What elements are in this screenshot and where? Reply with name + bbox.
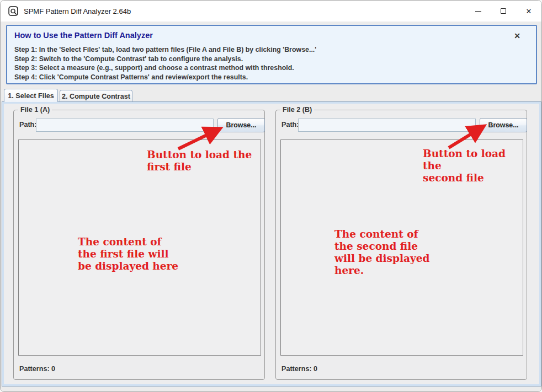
app-window: SPMF Pattern Diff Analyzer 2.64b ✕ How t…	[0, 0, 542, 392]
maximize-button[interactable]	[491, 1, 516, 22]
help-panel: How to Use the Pattern Diff Analyzer ✕ S…	[6, 25, 537, 84]
maximize-icon	[501, 8, 506, 14]
file1-groupbox: File 1 (A) Path: Browse... Patterns: 0 B…	[13, 110, 265, 380]
file2-browse-button[interactable]: Browse...	[480, 118, 527, 132]
help-step-1: Step 1: In the 'Select Files' tab, load …	[14, 45, 316, 55]
file2-content-annotation: The content of the second file will be d…	[334, 228, 429, 277]
window-title: SPMF Pattern Diff Analyzer 2.64b	[24, 7, 131, 15]
tab-select-files[interactable]: 1. Select Files	[4, 89, 58, 102]
file1-group-title: File 1 (A)	[18, 106, 52, 114]
help-step-2: Step 2: Switch to the 'Compute Contrast'…	[14, 55, 316, 64]
file1-path-label: Path:	[19, 121, 36, 128]
file1-browse-annotation: Button to load the first file	[147, 149, 252, 173]
close-button[interactable]: ✕	[516, 1, 541, 22]
file2-patterns-count: Patterns: 0	[281, 365, 317, 373]
window-controls: ✕	[465, 1, 541, 22]
file2-group-title: File 2 (B)	[280, 106, 314, 114]
select-files-tab-panel: File 1 (A) Path: Browse... Patterns: 0 B…	[2, 101, 541, 386]
app-icon	[8, 6, 19, 17]
help-panel-close-icon[interactable]: ✕	[514, 31, 520, 40]
help-steps: Step 1: In the 'Select Files' tab, load …	[14, 45, 316, 82]
file2-groupbox: File 2 (B) Path: Browse... Patterns: 0 B…	[275, 110, 527, 380]
minimize-icon	[475, 11, 481, 12]
file2-browse-annotation: Button to load the second file	[423, 148, 527, 184]
help-panel-title: How to Use the Pattern Diff Analyzer	[14, 31, 153, 40]
file1-content-annotation: The content of the first file will be di…	[78, 236, 178, 272]
help-step-4: Step 4: Click 'Compute Contrast Patterns…	[14, 73, 316, 82]
file1-patterns-count: Patterns: 0	[19, 365, 55, 373]
file1-path-input[interactable]	[36, 119, 214, 132]
close-icon: ✕	[526, 7, 532, 15]
file2-path-input[interactable]	[298, 119, 476, 132]
help-step-3: Step 3: Select a measure (e.g., support)…	[14, 63, 316, 73]
minimize-button[interactable]	[465, 1, 491, 22]
tab-compute-contrast[interactable]: 2. Compute Contrast	[60, 90, 132, 102]
title-bar: SPMF Pattern Diff Analyzer 2.64b ✕	[1, 1, 541, 22]
file1-browse-button[interactable]: Browse...	[217, 118, 265, 132]
file2-path-label: Path:	[281, 121, 299, 128]
